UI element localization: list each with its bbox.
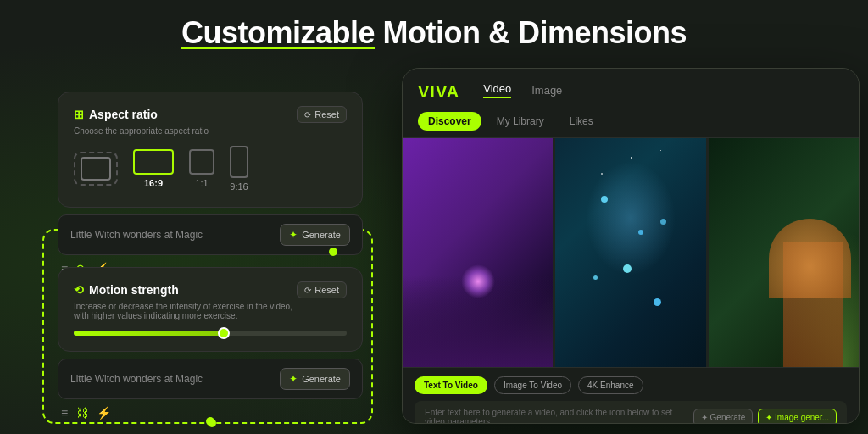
motion-card-header: ⟲ Motion strength ⟳ Reset — [74, 281, 347, 298]
app-bottom: Text To Video Image To Video 4K Enhance … — [403, 367, 859, 424]
subtab-discover[interactable]: Discover — [418, 112, 481, 131]
motion-title-text: Motion strength — [89, 283, 179, 297]
motion-icon: ⟲ — [74, 283, 84, 297]
app-action-buttons: ✦ Generate ✦ Image gener... — [693, 409, 837, 425]
app-bottom-tabs: Text To Video Image To Video 4K Enhance — [415, 376, 847, 394]
motion-subtitle: Increase or decrease the intensity of ex… — [74, 302, 347, 320]
aspect-option-16-9[interactable]: 16:9 — [133, 149, 174, 188]
toolbar2-settings-icon[interactable]: ≡ — [61, 406, 68, 420]
aspect-options: 16:9 1:1 9:16 — [74, 146, 347, 192]
bottom-tab-4k-enhance[interactable]: 4K Enhance — [578, 376, 643, 394]
image-tab-label: Image — [531, 84, 562, 97]
toolbar2-magic-icon[interactable]: ⚡ — [97, 406, 111, 420]
aspect-selected-indicator — [74, 152, 118, 186]
app-logo: VIVA — [418, 82, 459, 102]
motion-reset-icon: ⟳ — [304, 286, 311, 295]
bottom-tab-text-to-video[interactable]: Text To Video — [415, 376, 487, 394]
generate-star-icon-1: ✦ — [289, 229, 298, 241]
reset-label: Reset — [314, 109, 339, 120]
app-topbar: VIVA Video Image — [403, 69, 859, 107]
generate-button-2[interactable]: ✦ Generate — [280, 368, 350, 390]
connector-dot-top — [329, 248, 337, 256]
grid-image-3 — [709, 138, 859, 367]
star-1 — [631, 157, 632, 159]
prompt-input-bar-1[interactable]: Little Witch wonders at Magic ✦ Generate — [58, 214, 363, 255]
aspect-option-1-1[interactable]: 1:1 — [189, 149, 214, 188]
jellyfish-5 — [593, 275, 598, 280]
grid-image-2 — [555, 138, 705, 367]
prompt-input-bar-2[interactable]: Little Witch wonders at Magic ✦ Generate — [58, 359, 363, 399]
motion-reset-button[interactable]: ⟳ Reset — [297, 281, 347, 298]
title-highlight: Customizable — [181, 15, 375, 50]
prompt-text-2: Little Witch wonders at Magic — [70, 373, 203, 385]
ratio-1-1-label: 1:1 — [195, 178, 208, 188]
aspect-icon: ⊞ — [74, 108, 84, 121]
motion-card-title: ⟲ Motion strength — [74, 283, 179, 297]
ratio-1-1-box — [189, 149, 214, 175]
jellyfish-2 — [638, 230, 643, 235]
bottom-tab-image-to-video[interactable]: Image To Video — [494, 376, 571, 394]
mushroom-cap — [769, 219, 852, 299]
prompt-text-1: Little Witch wonders at Magic — [70, 229, 203, 241]
ratio-16-9-box — [133, 149, 174, 175]
generate-button-1[interactable]: ✦ Generate — [280, 224, 350, 246]
aspect-ratio-card: ⊞ Aspect ratio ⟳ Reset Choose the approp… — [58, 92, 363, 208]
generate-label-1: Generate — [302, 230, 341, 240]
water-reflection — [403, 275, 553, 367]
motion-slider-thumb[interactable] — [218, 327, 230, 339]
subtab-library[interactable]: My Library — [487, 112, 554, 131]
app-tab-image[interactable]: Image — [521, 79, 572, 105]
ratio-9-16-label: 9:16 — [230, 181, 248, 192]
aspect-subtitle: Choose the appropriate aspect ratio — [74, 126, 347, 136]
page-title: Customizable Motion & Dimensions — [0, 15, 868, 51]
aspect-reset-button[interactable]: ⟳ Reset — [297, 106, 347, 123]
app-tab-video[interactable]: Video — [473, 77, 521, 107]
grid-image-1 — [403, 138, 553, 367]
aspect-option-9-16[interactable]: 9:16 — [230, 146, 248, 192]
motion-slider-fill — [74, 331, 224, 336]
motion-strength-card: ⟲ Motion strength ⟳ Reset Increase or de… — [58, 267, 363, 352]
subtab-likes[interactable]: Likes — [559, 112, 604, 131]
jellyfish-4 — [660, 219, 666, 225]
ratio-16-9-label: 16:9 — [144, 178, 163, 188]
app-generate-green-button[interactable]: ✦ Image gener... — [758, 409, 837, 425]
app-input-area[interactable]: Enter text here to generate a video, and… — [415, 401, 847, 424]
generate-label-2: Generate — [302, 374, 341, 384]
star-2 — [601, 173, 603, 175]
card-header: ⊞ Aspect ratio ⟳ Reset — [74, 106, 347, 123]
aspect-title-text: Aspect ratio — [89, 108, 158, 121]
app-generate-button[interactable]: ✦ Generate — [693, 409, 753, 425]
reset-icon: ⟳ — [304, 110, 311, 120]
viva-app-panel: VIVA Video Image Discover My Library Lik… — [402, 68, 860, 424]
image-grid — [403, 138, 859, 367]
jellyfish-3 — [623, 264, 632, 273]
jellyfish-1 — [601, 196, 608, 203]
video-tab-label: Video — [483, 82, 511, 98]
motion-slider-track[interactable] — [74, 331, 347, 336]
jellyfish-6 — [654, 298, 661, 306]
star-3 — [660, 150, 661, 151]
ratio-9-16-box — [230, 146, 248, 178]
app-subtabs: Discover My Library Likes — [403, 107, 859, 138]
aspect-inner-box — [81, 157, 111, 181]
toolbar2-link-icon[interactable]: ⛓ — [76, 406, 88, 420]
motion-reset-label: Reset — [314, 285, 339, 295]
card-title: ⊞ Aspect ratio — [74, 108, 158, 121]
connector-dot-bottom-page — [206, 417, 214, 426]
app-input-placeholder: Enter text here to generate a video, and… — [425, 408, 693, 424]
generate-star-icon-2: ✦ — [289, 373, 298, 385]
